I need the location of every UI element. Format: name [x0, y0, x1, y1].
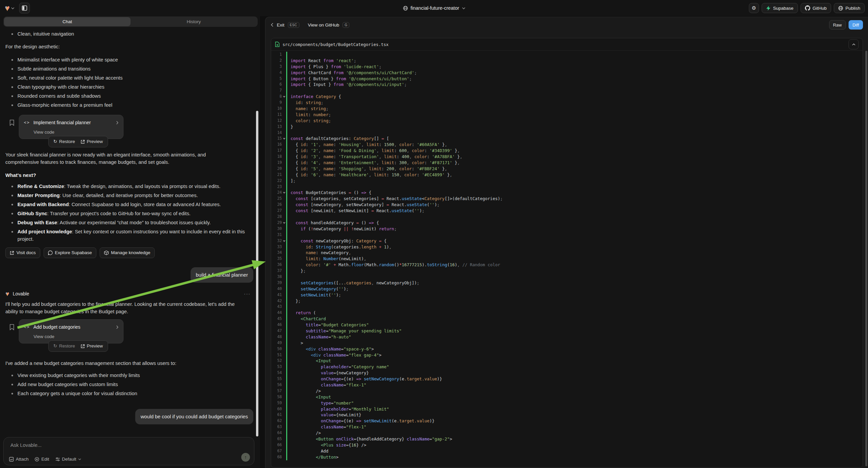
restore-icon: ↻ — [53, 138, 57, 145]
code-text: { id: '3', name: 'Transportation', limit… — [286, 154, 863, 160]
code-text — [286, 52, 863, 58]
line-number: 54 — [271, 370, 282, 376]
code-text: import { Input } from '@/components/ui/i… — [286, 82, 863, 88]
exit-button[interactable]: Exit — [277, 23, 284, 28]
code-line: 47 subtitle="Manage your spending limits… — [271, 328, 863, 334]
manage-knowledge-button[interactable]: Manage knowledge — [100, 247, 155, 258]
line-number: 19 — [271, 160, 282, 166]
chat-scrollbar[interactable] — [256, 111, 258, 436]
code-line: 38 — [271, 274, 863, 280]
fold-chevron-icon[interactable] — [282, 94, 286, 100]
github-button[interactable]: GitHub — [801, 3, 831, 13]
lovable-logo-icon[interactable]: ♥ — [5, 4, 10, 12]
line-number: 51 — [271, 352, 282, 358]
settings-gear-button[interactable]: ⚙ — [749, 3, 759, 13]
bullet-dot — [11, 33, 13, 35]
code-text: /> — [286, 430, 863, 436]
logo-chevron-down-icon[interactable] — [11, 7, 14, 9]
visit-docs-button[interactable]: Visit docs — [5, 247, 40, 258]
code-text: placeholder="Category name" — [286, 364, 863, 370]
fold-chevron-icon[interactable] — [282, 136, 286, 142]
raw-toggle-button[interactable]: Raw — [829, 20, 846, 30]
view-code-link[interactable]: View code — [34, 333, 118, 341]
fold-gutter — [282, 334, 286, 340]
fold-gutter — [282, 370, 286, 376]
edit-mode-button[interactable]: Edit — [35, 457, 49, 462]
code-text: <Plus size={16} /> — [286, 442, 863, 448]
fold-gutter — [282, 280, 286, 286]
version-card-add-budget-categories[interactable]: <> Add budget categories View code — [19, 319, 123, 344]
model-selector[interactable]: Default — [55, 457, 82, 462]
code-line: 36 color: '#' + Math.floor(Math.random()… — [271, 262, 863, 268]
code-scrollbar[interactable] — [865, 51, 867, 466]
collapse-file-button[interactable] — [848, 39, 859, 49]
restore-button[interactable]: ↻ Restore — [53, 343, 75, 350]
sidebar-toggle-button[interactable] — [19, 3, 30, 13]
fold-gutter — [282, 412, 286, 418]
fold-chevron-icon[interactable] — [282, 220, 286, 226]
fold-gutter — [282, 178, 286, 184]
attach-button[interactable]: Attach — [9, 457, 29, 462]
code-editor-diff: 12import React from 'react';3import { Pl… — [271, 50, 863, 467]
line-number: 68 — [271, 454, 282, 460]
fold-gutter — [282, 130, 286, 136]
line-number: 34 — [271, 250, 282, 256]
code-line: 23 — [271, 184, 863, 190]
added-bullet-list: View existing budget categories with the… — [5, 372, 253, 397]
fold-chevron-icon[interactable] — [282, 238, 286, 244]
tab-chat[interactable]: Chat — [4, 17, 130, 26]
preview-button[interactable]: Preview — [81, 343, 103, 350]
assistant-name: Lovable — [13, 290, 29, 297]
code-line: 43 — [271, 304, 863, 310]
tab-history[interactable]: History — [130, 17, 257, 26]
message-menu-button[interactable]: ··· — [244, 290, 251, 297]
fold-gutter — [282, 292, 286, 298]
line-number: 21 — [271, 172, 282, 178]
code-line: 21 { id: '6', name: 'Healthcare', limit:… — [271, 172, 863, 178]
diff-toggle-button[interactable]: Diff — [848, 20, 863, 30]
fold-chevron-icon[interactable] — [282, 190, 286, 196]
list-item: Clean, intuitive navigation — [5, 30, 253, 38]
view-code-link[interactable]: View code — [34, 128, 118, 136]
project-title-dropdown[interactable]: financial-future-creator — [403, 5, 465, 11]
view-on-github-button[interactable]: View on GitHub — [308, 23, 340, 28]
file-diff-card: src/components/budget/BudgetCategories.t… — [271, 38, 863, 468]
package-icon — [104, 251, 109, 255]
prompt-input[interactable] — [10, 442, 212, 448]
send-button[interactable]: ↑ — [241, 453, 250, 462]
restore-preview-pill: ↻ Restore Preview — [48, 136, 108, 147]
code-line: 55 onChange={(e) => setNewCategory(e.tar… — [271, 376, 863, 382]
fold-gutter — [282, 454, 286, 460]
fold-gutter — [282, 388, 286, 394]
fold-gutter — [282, 310, 286, 316]
bookmark-icon[interactable] — [9, 119, 14, 126]
version-card-implement-financial-planner[interactable]: <> Implement financial planner View code — [19, 115, 123, 139]
fold-gutter — [282, 400, 286, 406]
bullet-dot — [11, 59, 13, 61]
fold-gutter — [282, 166, 286, 172]
supabase-button[interactable]: Supabase — [762, 3, 798, 13]
line-number: 18 — [271, 154, 282, 160]
code-text: import { Plus } from 'lucide-react'; — [286, 64, 863, 70]
list-item: Subtle animations and transitions — [5, 65, 253, 72]
code-text: className="flex-1" — [286, 382, 863, 388]
fold-gutter — [282, 244, 286, 250]
bookmark-icon[interactable] — [9, 324, 14, 330]
fold-gutter — [282, 214, 286, 220]
file-header[interactable]: src/components/budget/BudgetCategories.t… — [271, 38, 863, 51]
explore-supabase-button[interactable]: Explore Supabase — [43, 247, 96, 258]
line-number: 64 — [271, 430, 282, 436]
publish-button[interactable]: Publish — [834, 3, 865, 13]
fold-gutter — [282, 436, 286, 442]
code-text: Add — [286, 448, 863, 454]
list-item: View existing budget categories with the… — [5, 372, 253, 379]
restore-button[interactable]: ↻ Restore — [53, 138, 75, 145]
code-text: title="Budget Categories" — [286, 322, 863, 328]
code-line: 64 /> — [271, 430, 863, 436]
code-text: const [newCategory, setNewCategory] = Re… — [286, 202, 863, 208]
code-text: value={newLimit} — [286, 412, 863, 418]
code-line: 53 placeholder="Category name" — [271, 364, 863, 370]
back-chevron-icon[interactable] — [271, 23, 274, 27]
preview-button[interactable]: Preview — [81, 138, 103, 145]
fold-gutter — [282, 340, 286, 346]
